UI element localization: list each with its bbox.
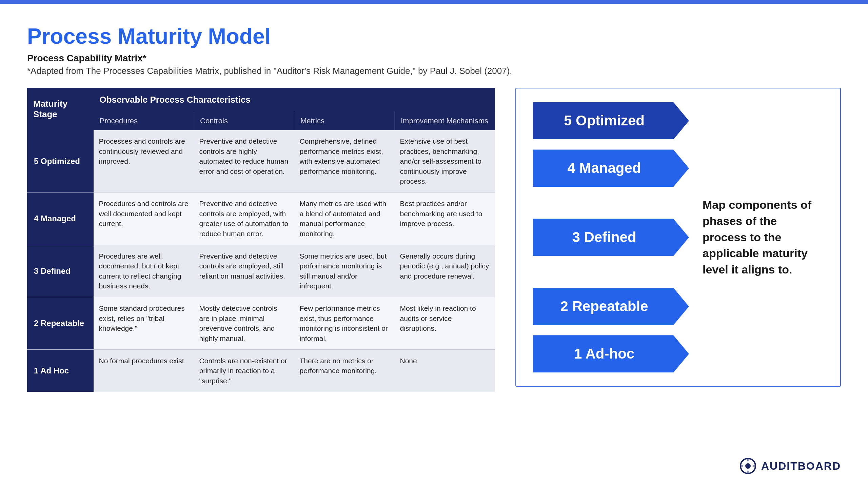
col-improvement-header: Improvement Mechanisms <box>395 112 495 130</box>
improvement-cell: Extensive use of best practices, benchma… <box>395 130 495 192</box>
main-content: Process Maturity Model Process Capabilit… <box>0 4 868 406</box>
arrow-row: 1 Ad-hoc <box>533 335 823 372</box>
col-metrics-header: Metrics <box>294 112 395 130</box>
arrow-btn-level2: 2 Repeatable <box>533 288 689 325</box>
table-row: 3 Defined Procedures are well documented… <box>27 245 495 297</box>
observable-header: Observable Process Characteristics <box>94 88 495 112</box>
table-row: 2 Repeatable Some standard procedures ex… <box>27 297 495 350</box>
controls-cell: Mostly detective controls are in place, … <box>194 297 294 350</box>
improvement-cell: Most likely in reaction to audits or ser… <box>395 297 495 350</box>
improvement-cell: Generally occurs during periodic (e.g., … <box>395 245 495 297</box>
right-panel: 5 Optimized4 Managed3 DefinedMap compone… <box>515 88 841 387</box>
metrics-cell: Some metrics are used, but performance m… <box>294 245 395 297</box>
logo-area: AUDITBOARD <box>739 458 841 474</box>
controls-cell: Preventive and detective controls are em… <box>194 245 294 297</box>
maturity-stage-header: Maturity Stage <box>27 88 94 130</box>
table-section: Maturity Stage Observable Process Charac… <box>27 88 495 392</box>
arrow-btn-level5: 5 Optimized <box>533 102 689 139</box>
arrow-row: 5 Optimized <box>533 102 823 139</box>
improvement-cell: Best practices and/or benchmarking are u… <box>395 192 495 245</box>
page-title: Process Maturity Model <box>27 24 841 48</box>
content-row: Maturity Stage Observable Process Charac… <box>27 88 841 392</box>
maturity-cell: 4 Managed <box>27 192 94 245</box>
logo-text: AUDITBOARD <box>761 460 841 472</box>
procedures-cell: Procedures are well documented, but not … <box>94 245 194 297</box>
metrics-cell: Many metrics are used with a blend of au… <box>294 192 395 245</box>
subtitle-normal: *Adapted from The Processes Capabilities… <box>27 66 841 76</box>
table-row: 1 Ad Hoc No formal procedures exist. Con… <box>27 350 495 392</box>
subtitle-block: Process Capability Matrix* *Adapted from… <box>27 53 841 76</box>
col-controls-header: Controls <box>194 112 294 130</box>
svg-point-1 <box>745 463 751 469</box>
improvement-cell: None <box>395 350 495 392</box>
procedures-cell: Processes and controls are continuously … <box>94 130 194 192</box>
arrow-row: 2 Repeatable <box>533 288 823 325</box>
controls-cell: Preventive and detective controls are hi… <box>194 130 294 192</box>
table-row: 4 Managed Procedures and controls are we… <box>27 192 495 245</box>
col-procedures-header: Procedures <box>94 112 194 130</box>
table-row: 5 Optimized Processes and controls are c… <box>27 130 495 192</box>
auditboard-logo-icon <box>739 458 756 474</box>
arrow-row: 3 DefinedMap components of phases of the… <box>533 197 823 278</box>
table-header-main: Maturity Stage Observable Process Charac… <box>27 88 495 112</box>
metrics-cell: Comprehensive, defined performance metri… <box>294 130 395 192</box>
controls-cell: Preventive and detective controls are em… <box>194 192 294 245</box>
controls-cell: Controls are non-existent or primarily i… <box>194 350 294 392</box>
arrow-row: 4 Managed <box>533 149 823 187</box>
top-bar <box>0 0 868 4</box>
maturity-cell: 2 Repeatable <box>27 297 94 350</box>
procedures-cell: Some standard procedures exist, relies o… <box>94 297 194 350</box>
procedures-cell: Procedures and controls are well documen… <box>94 192 194 245</box>
procedures-cell: No formal procedures exist. <box>94 350 194 392</box>
maturity-cell: 3 Defined <box>27 245 94 297</box>
maturity-cell: 5 Optimized <box>27 130 94 192</box>
subtitle-bold: Process Capability Matrix* <box>27 53 841 64</box>
arrow-btn-level3: 3 Defined <box>533 219 689 256</box>
maturity-table: Maturity Stage Observable Process Charac… <box>27 88 495 392</box>
metrics-cell: There are no metrics or performance moni… <box>294 350 395 392</box>
maturity-cell: 1 Ad Hoc <box>27 350 94 392</box>
metrics-cell: Few performance metrics exist, thus perf… <box>294 297 395 350</box>
map-text: Map components of phases of the process … <box>703 197 823 278</box>
arrow-btn-level4: 4 Managed <box>533 149 689 187</box>
table-header-sub: Procedures Controls Metrics Improvement … <box>27 112 495 130</box>
arrow-btn-level1: 1 Ad-hoc <box>533 335 689 372</box>
